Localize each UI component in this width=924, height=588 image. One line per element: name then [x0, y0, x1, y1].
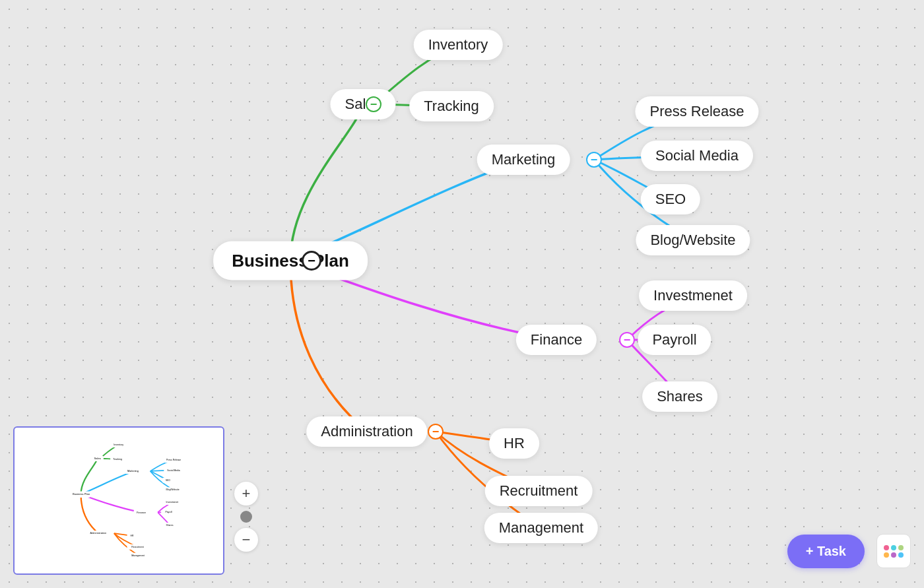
svg-text:HR: HR [131, 535, 134, 537]
node-label-finance: Finance [531, 331, 582, 348]
node-label-tracking: Tracking [424, 98, 479, 114]
svg-text:Shares: Shares [166, 524, 174, 527]
node-management[interactable]: Management [484, 513, 598, 543]
collapse-business-plan[interactable]: − [302, 251, 321, 271]
node-label-marketing: Marketing [492, 151, 556, 168]
node-label-shares: Shares [657, 388, 703, 405]
zoom-dot [240, 511, 252, 523]
node-inventory[interactable]: Inventory [414, 30, 503, 60]
svg-text:Inventory: Inventory [114, 443, 123, 446]
svg-text:Blog/Website: Blog/Website [166, 488, 180, 491]
svg-text:Press Release: Press Release [166, 459, 181, 461]
svg-text:Administration: Administration [90, 531, 107, 535]
grid-icon [884, 545, 904, 558]
node-label-inventory: Inventory [428, 36, 488, 53]
minimap-svg: Business Plan Sales Inventory Tracking M… [15, 428, 224, 575]
node-press-release[interactable]: Press Release [635, 96, 758, 127]
node-tracking[interactable]: Tracking [409, 91, 494, 121]
node-label-social-media: Social Media [655, 147, 739, 164]
zoom-controls: + − [234, 482, 258, 552]
node-label-seo: SEO [655, 191, 686, 207]
collapse-finance[interactable]: − [619, 332, 635, 348]
task-button-label: + Task [806, 544, 846, 559]
collapse-sales[interactable]: − [366, 96, 381, 112]
node-sales[interactable]: Sales [330, 89, 395, 119]
svg-text:Marketing: Marketing [127, 469, 139, 473]
svg-text:Sales: Sales [94, 457, 101, 460]
collapse-marketing[interactable]: − [586, 152, 602, 168]
node-blog-website[interactable]: Blog/Website [636, 225, 750, 255]
node-seo[interactable]: SEO [641, 184, 700, 214]
node-recruitment[interactable]: Recruitment [485, 476, 593, 506]
node-shares[interactable]: Shares [642, 381, 717, 412]
svg-text:SEO: SEO [166, 479, 171, 482]
svg-text:Payroll: Payroll [165, 511, 172, 513]
node-label-hr: HR [504, 435, 525, 451]
svg-text:Social Media: Social Media [167, 469, 180, 472]
node-administration[interactable]: Administration [306, 416, 427, 447]
node-label-management: Management [499, 519, 583, 536]
node-marketing[interactable]: Marketing [477, 145, 570, 175]
collapse-administration[interactable]: − [428, 424, 444, 440]
node-label-recruitment: Recruitment [500, 482, 578, 499]
minimap: Business Plan Sales Inventory Tracking M… [13, 426, 224, 575]
node-label-administration: Administration [321, 423, 412, 440]
svg-text:Management: Management [131, 554, 145, 557]
node-label-business-plan: Business Plan [232, 251, 349, 271]
node-business-plan[interactable]: Business Plan [213, 242, 368, 280]
node-social-media[interactable]: Social Media [641, 141, 753, 171]
node-finance[interactable]: Finance [516, 325, 597, 355]
node-label-blog-website: Blog/Website [650, 232, 735, 248]
node-label-investmenet: Investmenet [653, 287, 733, 304]
node-label-payroll: Payroll [652, 331, 696, 348]
node-payroll[interactable]: Payroll [638, 325, 711, 355]
svg-text:Recruitment: Recruitment [131, 546, 143, 548]
zoom-in-button[interactable]: + [234, 482, 258, 506]
svg-text:Investmenet: Investmenet [166, 501, 179, 504]
zoom-out-button[interactable]: − [234, 528, 258, 552]
mind-map-canvas: Business Plan − Sales − Inventory Tracki… [0, 0, 924, 588]
svg-text:Tracking: Tracking [113, 458, 122, 461]
svg-text:Business Plan: Business Plan [73, 492, 90, 496]
grid-view-button[interactable] [876, 534, 911, 568]
svg-text:Finance: Finance [137, 511, 146, 514]
node-investmenet[interactable]: Investmenet [639, 280, 747, 311]
node-hr[interactable]: HR [489, 428, 539, 459]
node-label-press-release: Press Release [649, 103, 744, 119]
add-task-button[interactable]: + Task [787, 535, 865, 568]
